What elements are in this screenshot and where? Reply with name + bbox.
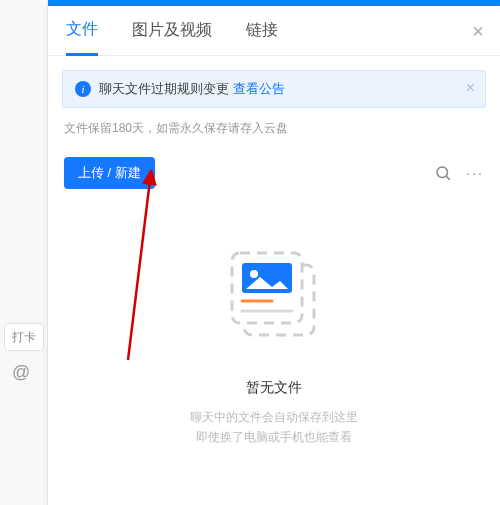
empty-state: 暂无文件 聊天中的文件会自动保存到这里 即使换了电脑或手机也能查看: [48, 243, 500, 448]
left-sidebar: 打卡 @: [0, 0, 48, 505]
image-placeholder-icon: [214, 243, 334, 357]
tab-bar: 文件 图片及视频 链接 ×: [48, 6, 500, 56]
files-panel: 文件 图片及视频 链接 × i 聊天文件过期规则变更 查看公告 × 文件保留18…: [48, 6, 500, 505]
tab-links[interactable]: 链接: [246, 6, 278, 56]
sidebar-chip-daka[interactable]: 打卡: [4, 323, 44, 351]
empty-title: 暂无文件: [246, 379, 302, 397]
retention-hint: 文件保留180天，如需永久保存请存入云盘: [64, 120, 484, 137]
toolbar: 上传 / 新建 ···: [64, 157, 484, 189]
svg-point-5: [250, 270, 258, 278]
sidebar-at-icon[interactable]: @: [12, 362, 30, 383]
notice-text: 聊天文件过期规则变更: [99, 80, 229, 98]
close-icon[interactable]: ×: [472, 20, 484, 43]
tab-files[interactable]: 文件: [66, 6, 98, 56]
info-icon: i: [75, 81, 91, 97]
search-icon[interactable]: [434, 164, 452, 182]
notice-banner: i 聊天文件过期规则变更 查看公告 ×: [62, 70, 486, 108]
notice-close-icon[interactable]: ×: [466, 79, 475, 97]
upload-new-button[interactable]: 上传 / 新建: [64, 157, 155, 189]
notice-link[interactable]: 查看公告: [233, 80, 285, 98]
more-icon[interactable]: ···: [466, 165, 484, 181]
svg-point-0: [437, 167, 448, 178]
svg-line-1: [447, 176, 450, 179]
empty-description: 聊天中的文件会自动保存到这里 即使换了电脑或手机也能查看: [190, 407, 358, 448]
tab-images-videos[interactable]: 图片及视频: [132, 6, 212, 56]
